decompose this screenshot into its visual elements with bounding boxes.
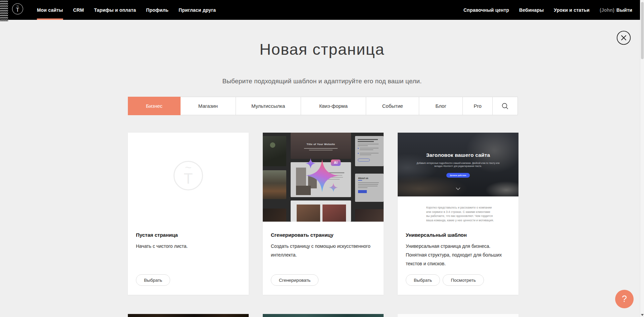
website-collage: Title of Your Website About (263, 133, 384, 222)
mock-text-bar (304, 148, 338, 149)
card-title: Пустая страница (136, 232, 178, 238)
template-card-blank-page[interactable]: ~ T Пустая страница Начать с чистого лис… (128, 133, 249, 295)
preview-hero-subtitle: Добавьте интересные подробности о вашей … (416, 162, 500, 168)
tab-business[interactable]: Бизнес (128, 97, 181, 115)
template-card-partial[interactable] (398, 314, 518, 317)
card-description: Универсальная страница для бизнеса. Поня… (406, 242, 510, 268)
nav-invite-friend[interactable]: Пригласи друга (179, 0, 216, 20)
page-title: Новая страница (0, 40, 644, 58)
collage-hero-tile: Title of Your Website (291, 133, 351, 159)
template-card-ai-generate[interactable]: Title of Your Website About (263, 133, 384, 295)
tab-search[interactable] (493, 97, 517, 115)
tilda-logo-icon[interactable]: ~ T (12, 3, 23, 14)
preview-hero-title: Заголовок вашего сайта (398, 152, 518, 158)
preview-hero-section: Заголовок вашего сайта Добавьте интересн… (398, 133, 518, 196)
ai-sparkle-small-icon (305, 158, 316, 169)
blank-page-thumbnail[interactable]: ~ T (128, 133, 249, 230)
tab-quiz-form[interactable]: Квиз-форма (301, 97, 366, 115)
user-account: (John) Выйти (600, 0, 632, 20)
mock-about-title: About us (358, 177, 381, 179)
nav-my-sites[interactable]: Мои сайты (37, 0, 63, 20)
template-card-partial[interactable] (128, 314, 249, 317)
ai-sparkle-small-icon (329, 183, 338, 192)
scrollbar-down-arrow-icon[interactable] (641, 314, 644, 316)
logout-link[interactable]: Выйти (616, 7, 632, 13)
card-description: Создать страницу с помощью искусственног… (271, 242, 376, 259)
vertical-scrollbar[interactable] (640, 0, 644, 317)
collage-photo-tile (355, 209, 384, 222)
search-icon (501, 102, 509, 110)
card-description: Начать с чистого листа. (136, 242, 241, 251)
tilda-watermark-icon: ~ T (174, 161, 203, 190)
mock-text-bar (309, 150, 333, 150)
chevron-down-icon (456, 187, 460, 190)
nav-help-center[interactable]: Справочный центр (463, 0, 509, 20)
collage-photo-tile (263, 136, 286, 166)
watermark-letter: T (184, 171, 193, 186)
ai-badge: AI (331, 160, 341, 166)
generate-button[interactable]: Сгенерировать (271, 274, 318, 286)
top-header: ~ T Мои сайты CRM Тарифы и оплата Профил… (0, 0, 644, 20)
nav-crm[interactable]: CRM (73, 0, 84, 20)
universal-template-thumbnail[interactable]: Заголовок вашего сайта Добавьте интересн… (398, 133, 518, 230)
logo-letter: T (16, 7, 19, 13)
page-subtitle: Выберите подходящий шаблон и адаптируйте… (0, 78, 644, 85)
preview-body-text: Коротко представьтесь и расскажите о ком… (426, 206, 494, 222)
tab-pro[interactable]: Pro (463, 97, 493, 115)
select-button[interactable]: Выбрать (406, 274, 440, 286)
ai-generate-thumbnail[interactable]: Title of Your Website About (263, 133, 384, 230)
card-title: Универсальный шаблон (406, 232, 467, 238)
preview-bottom-fade (398, 225, 518, 230)
card-title: Сгенерировать страницу (271, 232, 334, 238)
mock-site-title: Title of Your Website (291, 143, 351, 146)
tab-multilink[interactable]: Мультиссылка (236, 97, 301, 115)
collage-text-page-tile (355, 136, 384, 166)
user-name: (John) (600, 7, 614, 13)
nav-webinars[interactable]: Вебинары (519, 0, 544, 20)
collage-photo-tile (263, 209, 286, 222)
preview-button[interactable]: Посмотреть (443, 274, 484, 286)
collage-photo-tile (263, 170, 286, 199)
tab-event[interactable]: Событие (366, 97, 419, 115)
collage-gallery-tile (291, 200, 351, 222)
zigzag-decoration (0, 0, 8, 21)
preview-cta-button: Целевое действие (446, 173, 470, 178)
collage-bottom-fade (263, 222, 384, 230)
nav-lessons[interactable]: Уроки и статьи (554, 0, 590, 20)
nav-profile[interactable]: Профиль (146, 0, 168, 20)
tab-blog[interactable]: Блог (419, 97, 463, 115)
nav-tariffs[interactable]: Тарифы и оплата (94, 0, 136, 20)
template-category-tabs: Бизнес Магазин Мультиссылка Квиз-форма С… (128, 97, 518, 115)
main-nav: Мои сайты CRM Тарифы и оплата Профиль Пр… (37, 0, 216, 20)
scrollbar-thumb[interactable] (641, 2, 644, 59)
secondary-nav: Справочный центр Вебинары Уроки и статьи… (463, 0, 632, 20)
select-button[interactable]: Выбрать (136, 274, 170, 286)
tab-store[interactable]: Магазин (181, 97, 236, 115)
template-card-partial[interactable] (263, 314, 384, 317)
help-button[interactable]: ? (615, 290, 634, 308)
collage-about-tile: About us (355, 174, 384, 202)
template-card-universal[interactable]: Заголовок вашего сайта Добавьте интересн… (398, 133, 518, 295)
